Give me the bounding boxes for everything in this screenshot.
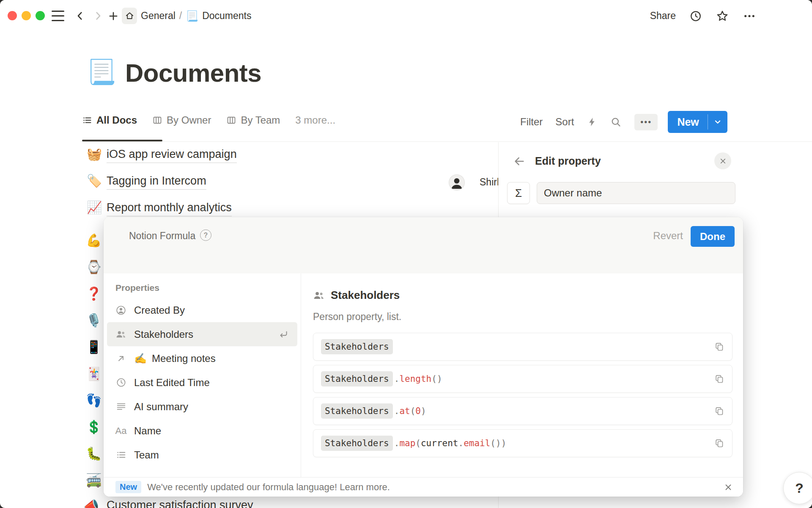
page-icon[interactable]: 📃 <box>87 60 116 84</box>
tab-more-views[interactable]: 3 more... <box>295 114 335 126</box>
property-item-stakeholders[interactable]: Stakeholders <box>107 322 297 346</box>
new-tab-plus-icon[interactable] <box>107 10 119 22</box>
copy-icon[interactable] <box>714 374 724 384</box>
breadcrumb-section[interactable]: General <box>141 10 176 22</box>
code-segment: 0 <box>415 406 421 416</box>
row-title[interactable]: Customer satisfaction survey <box>107 499 253 508</box>
row-emoji-icon: 💲 <box>83 414 104 440</box>
updates-clock-icon[interactable] <box>689 10 702 22</box>
row-emoji-icon: ❓ <box>83 280 104 307</box>
tab-all-docs[interactable]: All Docs <box>82 114 137 126</box>
topbar-actions: Share <box>650 0 756 32</box>
row-emoji-icon: 🐛 <box>83 440 104 467</box>
row-emoji-icon: 💪 <box>83 227 104 254</box>
row-title[interactable]: Report monthly analytics <box>107 201 232 216</box>
board-view-icon <box>226 115 236 125</box>
property-item-ai-summary[interactable]: AI summary <box>107 395 297 419</box>
back-icon[interactable] <box>74 10 86 22</box>
copy-icon[interactable] <box>714 406 724 416</box>
favorite-star-icon[interactable] <box>716 9 729 23</box>
view-toolbar: Filter Sort ••• New <box>520 111 727 133</box>
property-detail-title: Stakeholders <box>331 289 400 302</box>
new-button[interactable]: New <box>668 111 727 133</box>
table-row[interactable]: 🧺 iOS app review campaign Zoe <box>80 142 499 169</box>
property-item-meeting-notes[interactable]: ✍️ Meeting notes <box>107 346 297 370</box>
filter-button[interactable]: Filter <box>520 116 543 128</box>
property-type-sigma-button[interactable]: Σ <box>507 182 530 204</box>
table-row[interactable]: 🏷️ Tagging in Intercom Shirley Miao Dece <box>80 169 499 196</box>
formula-example-row[interactable]: Stakeholders.at(0) <box>313 397 732 425</box>
done-button[interactable]: Done <box>691 226 735 247</box>
code-segment: ()) <box>490 438 506 448</box>
property-detail-pane: Stakeholders Person property, list. Stak… <box>301 273 743 477</box>
window-topbar: General / 📃 Documents Share <box>0 0 812 32</box>
minimize-window-button[interactable] <box>22 11 31 20</box>
page-emoji-icon: 📃 <box>186 10 198 22</box>
tab-label: By Team <box>241 114 280 126</box>
row-emoji-icon: 🏷️ <box>87 175 102 187</box>
code-segment: . <box>394 406 400 416</box>
modal-title: Notion Formula <box>129 230 195 242</box>
home-tab[interactable] <box>122 8 137 24</box>
row-title[interactable]: iOS app review campaign <box>107 148 237 163</box>
copy-icon[interactable] <box>714 342 724 352</box>
close-icon[interactable] <box>714 152 731 169</box>
property-item-team[interactable]: Team <box>107 443 297 467</box>
formula-example-row[interactable]: Stakeholders <box>313 333 732 361</box>
formula-example-row[interactable]: Stakeholders.length() <box>313 365 732 393</box>
active-tab-underline <box>82 140 162 141</box>
code-segment: Stakeholders <box>321 403 393 419</box>
share-button[interactable]: Share <box>650 10 676 22</box>
tabbar-divider <box>80 141 812 142</box>
fullscreen-window-button[interactable] <box>36 11 45 20</box>
tab-by-team[interactable]: By Team <box>226 114 280 126</box>
sidebar-menu-icon[interactable] <box>52 11 64 21</box>
breadcrumb-page[interactable]: Documents <box>202 10 251 22</box>
panel-title: Edit property <box>535 155 601 167</box>
property-label: Team <box>134 449 159 461</box>
person-circle-icon <box>115 305 126 316</box>
help-circle-icon[interactable]: ? <box>200 229 211 241</box>
property-label: AI summary <box>134 401 188 413</box>
search-icon[interactable] <box>610 116 622 128</box>
lightning-icon[interactable] <box>587 116 598 127</box>
back-arrow-icon[interactable] <box>513 155 526 168</box>
property-item-created-by[interactable]: Created By <box>107 298 297 322</box>
property-item-last-edited-time[interactable]: Last Edited Time <box>107 370 297 395</box>
row-title[interactable]: Tagging in Intercom <box>107 174 206 190</box>
sort-button[interactable]: Sort <box>555 116 574 128</box>
code-segment: Stakeholders <box>321 436 393 451</box>
new-badge: New <box>115 481 141 493</box>
property-item-name[interactable]: Aa Name <box>107 419 297 443</box>
copy-icon[interactable] <box>714 438 724 448</box>
breadcrumb: General / 📃 Documents <box>141 0 252 32</box>
breadcrumb-separator: / <box>179 10 182 22</box>
board-view-icon <box>152 115 162 125</box>
new-button-label[interactable]: New <box>668 111 707 133</box>
properties-section-label: Properties <box>115 283 301 293</box>
view-options-icon[interactable]: ••• <box>634 114 658 130</box>
forward-icon[interactable] <box>92 10 104 22</box>
formula-example-row[interactable]: Stakeholders.map(current.email()) <box>313 429 732 457</box>
page-title[interactable]: Documents <box>125 58 261 88</box>
revert-button[interactable]: Revert <box>653 230 683 242</box>
close-window-button[interactable] <box>8 11 17 20</box>
code-segment: at <box>399 406 410 416</box>
tab-label: All Docs <box>96 114 137 126</box>
code-segment: email <box>464 438 490 448</box>
people-icon <box>115 329 126 340</box>
tab-by-owner[interactable]: By Owner <box>152 114 211 126</box>
more-options-icon[interactable] <box>743 9 756 23</box>
property-label: Last Edited Time <box>134 377 210 389</box>
close-icon[interactable] <box>724 483 733 492</box>
chevron-down-icon[interactable] <box>708 111 727 133</box>
banner-text[interactable]: We've recently updated our formula langu… <box>147 482 390 493</box>
row-emoji-icon: 🚎 <box>83 467 104 494</box>
formula-modal-header[interactable]: Notion Formula ? Revert Done <box>104 217 743 273</box>
code-segment: ( <box>410 406 416 416</box>
avatar[interactable] <box>449 174 465 190</box>
row-emoji-icon: ⌚ <box>83 254 104 280</box>
help-button[interactable]: ? <box>783 472 812 504</box>
title-aa-icon: Aa <box>115 425 126 436</box>
property-name-input[interactable] <box>537 182 735 204</box>
